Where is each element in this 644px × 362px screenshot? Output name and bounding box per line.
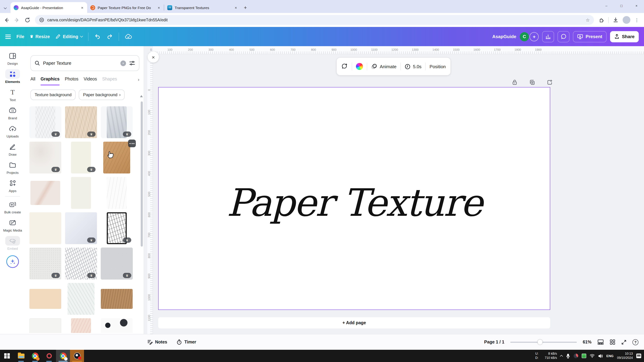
present-button[interactable]: Present bbox=[573, 31, 606, 42]
texture-thumbnail[interactable] bbox=[30, 283, 61, 315]
add-page-button[interactable]: + Add page bbox=[158, 317, 550, 329]
fullscreen-button[interactable] bbox=[621, 340, 626, 345]
forward-icon[interactable] bbox=[14, 17, 20, 23]
duplicate-page-icon[interactable] bbox=[529, 79, 535, 85]
texture-thumbnail[interactable]: ♛ bbox=[65, 212, 97, 244]
texture-thumbnail[interactable] bbox=[101, 283, 133, 315]
texture-thumbnail[interactable] bbox=[101, 177, 133, 209]
sidebar-item-bulk-create[interactable]: Bulk create bbox=[2, 198, 24, 216]
back-icon[interactable] bbox=[4, 17, 10, 23]
tray-recording-icon[interactable] bbox=[574, 354, 578, 358]
wifi-icon[interactable] bbox=[590, 354, 595, 358]
menu-hamburger-icon[interactable] bbox=[5, 34, 11, 39]
file-menu-button[interactable]: File bbox=[16, 34, 24, 39]
color-picker-icon[interactable] bbox=[356, 63, 363, 70]
window-maximize-button[interactable]: □ bbox=[614, 0, 629, 11]
chrome-profile2-button[interactable] bbox=[56, 350, 70, 362]
notification-center-icon[interactable] bbox=[636, 354, 641, 358]
comments-button[interactable] bbox=[558, 31, 570, 42]
search-value[interactable]: Paper Texture bbox=[43, 60, 117, 66]
add-page-icon[interactable] bbox=[547, 79, 553, 85]
help-button[interactable]: ? bbox=[632, 339, 638, 345]
zoom-slider[interactable] bbox=[510, 342, 577, 343]
add-comment-icon[interactable] bbox=[341, 63, 348, 70]
timer-button[interactable]: Timer bbox=[176, 339, 196, 345]
sidebar-item-draw[interactable]: Draw bbox=[2, 140, 24, 158]
clear-search-icon[interactable]: × bbox=[120, 60, 126, 66]
texture-thumbnail[interactable]: ♛ bbox=[65, 142, 97, 173]
panel-scroll-up-arrow[interactable] bbox=[140, 95, 143, 97]
tray-expand-chevron[interactable] bbox=[560, 355, 563, 358]
sidebar-item-design[interactable]: Design bbox=[2, 49, 24, 67]
texture-thumbnail[interactable]: ♛ bbox=[101, 212, 133, 244]
add-collaborator-button[interactable]: + bbox=[530, 32, 539, 41]
obs-studio-button[interactable] bbox=[70, 350, 84, 362]
sidebar-item-embed[interactable]: Embed bbox=[2, 234, 24, 253]
browser-tab-pngs[interactable]: Paper Texture PNGs for Free Do × bbox=[87, 2, 164, 13]
magic-assistant-button[interactable] bbox=[6, 255, 19, 268]
tab-close-icon[interactable]: × bbox=[80, 5, 84, 9]
tab-search-chevron-icon[interactable] bbox=[0, 2, 10, 13]
tab-all[interactable]: All bbox=[30, 77, 35, 85]
texture-thumbnail[interactable] bbox=[101, 142, 133, 173]
tab-close-icon[interactable]: × bbox=[234, 5, 238, 9]
texture-thumbnail[interactable]: ♛ bbox=[30, 248, 61, 280]
url-bar[interactable]: canva.com/design/DAGPmFasnPE/bdVQtx371kf… bbox=[35, 15, 594, 25]
site-info-icon[interactable] bbox=[39, 17, 44, 22]
sidebar-item-elements[interactable]: Elements bbox=[2, 67, 24, 86]
tab-close-icon[interactable]: × bbox=[157, 5, 161, 9]
downloads-icon[interactable] bbox=[613, 17, 618, 23]
chip-paper-background[interactable]: Paper background› bbox=[79, 89, 125, 100]
share-button[interactable]: Share bbox=[610, 31, 639, 42]
sidebar-item-apps[interactable]: Apps bbox=[2, 177, 24, 195]
tab-photos[interactable]: Photos bbox=[65, 77, 78, 85]
texture-thumbnail[interactable] bbox=[30, 318, 61, 333]
texture-thumbnail[interactable] bbox=[65, 177, 97, 209]
duration-button[interactable]: 5.0s bbox=[404, 63, 422, 69]
texture-thumbnail[interactable] bbox=[65, 283, 97, 315]
grid-view-button[interactable] bbox=[610, 339, 615, 345]
more-options-button[interactable] bbox=[128, 140, 136, 147]
resize-button[interactable]: ♛Resize bbox=[30, 34, 50, 39]
start-button[interactable] bbox=[0, 350, 14, 362]
browser-profile-avatar[interactable] bbox=[623, 16, 630, 24]
notes-button[interactable]: Notes bbox=[147, 339, 167, 345]
reload-icon[interactable] bbox=[24, 17, 30, 23]
undo-icon[interactable] bbox=[94, 33, 100, 40]
window-close-button[interactable]: × bbox=[629, 0, 644, 11]
texture-thumbnail[interactable] bbox=[30, 177, 61, 209]
position-button[interactable]: Position bbox=[430, 64, 446, 69]
tab-videos[interactable]: Videos bbox=[84, 77, 97, 85]
insights-button[interactable] bbox=[542, 31, 554, 42]
speaker-icon[interactable] bbox=[598, 354, 603, 358]
texture-thumbnail[interactable]: ♛ bbox=[101, 248, 133, 280]
page-title-text[interactable]: Paper Texture bbox=[226, 181, 482, 225]
tabs-overflow-chevron[interactable]: › bbox=[138, 77, 139, 85]
tab-graphics[interactable]: Graphics bbox=[40, 77, 60, 85]
animate-button[interactable]: Animate bbox=[371, 63, 396, 70]
browser-menu-icon[interactable]: ⋮ bbox=[634, 17, 639, 22]
texture-thumbnail[interactable]: ♛ bbox=[65, 248, 97, 280]
file-explorer-button[interactable] bbox=[14, 350, 28, 362]
url-text[interactable]: canva.com/design/DAGPmFasnPE/bdVQtx371kf… bbox=[47, 18, 582, 22]
sidebar-item-brand[interactable]: co Brand bbox=[2, 104, 24, 122]
sidebar-item-magic-media[interactable]: Magic Media bbox=[2, 216, 24, 234]
lock-icon[interactable] bbox=[512, 79, 518, 85]
chrome-profile1-button[interactable] bbox=[28, 350, 42, 362]
editing-mode-button[interactable]: Editing bbox=[56, 34, 82, 39]
texture-thumbnail[interactable] bbox=[30, 212, 61, 244]
sidebar-item-text[interactable]: T Text bbox=[2, 86, 24, 104]
sidebar-item-uploads[interactable]: Uploads bbox=[2, 122, 24, 140]
tray-utility-icon[interactable] bbox=[582, 354, 586, 358]
bookmark-star-icon[interactable]: ☆ bbox=[586, 17, 590, 22]
clock[interactable]: 10:13 09/10/2024 bbox=[617, 352, 633, 360]
sidebar-item-projects[interactable]: Projects bbox=[2, 158, 24, 177]
window-minimize-button[interactable]: – bbox=[599, 0, 614, 11]
language-indicator[interactable]: ENG bbox=[606, 354, 614, 358]
presenter-view-button[interactable] bbox=[598, 339, 604, 345]
panel-scrollbar[interactable] bbox=[141, 101, 143, 247]
texture-thumbnail[interactable]: ♛ bbox=[101, 106, 133, 138]
close-panel-button[interactable]: × bbox=[148, 51, 159, 63]
zoom-slider-thumb[interactable] bbox=[538, 340, 543, 345]
chip-texture-background[interactable]: Texture background bbox=[30, 89, 76, 100]
